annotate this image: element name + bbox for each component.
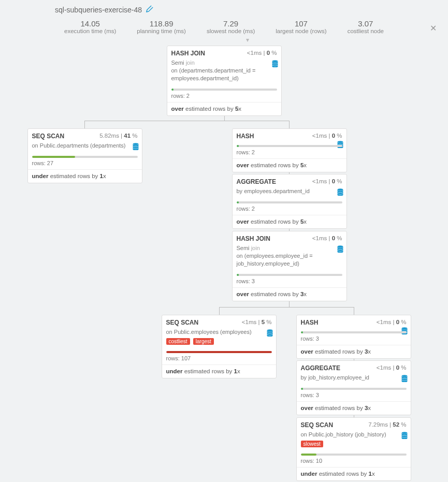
node-time: 5.82ms [99, 133, 119, 139]
estimate-line: under estimated rows by 1x [162, 365, 276, 378]
database-icon [337, 245, 343, 254]
desc-prefix: Semi [237, 245, 250, 251]
node-metrics: <1ms | 0 % [312, 133, 342, 140]
estimate-line: under estimated rows by 1x [28, 170, 142, 183]
progress-bar [171, 89, 277, 91]
node-type: HASH [237, 133, 254, 140]
node-hash-join-2[interactable]: HASH JOIN <1ms | 0 % Semi join on (emplo… [232, 231, 347, 301]
svg-point-0 [272, 60, 278, 62]
database-icon [401, 432, 408, 440]
stat-label: largest node (rows) [276, 28, 326, 34]
node-hash-2[interactable]: HASH <1ms | 0 % rows: 3 over estimated r… [296, 315, 411, 359]
progress-bar [301, 454, 407, 456]
estimate-line: under estimated rows by 1x [297, 468, 411, 480]
node-time: <1ms [247, 50, 262, 56]
page-title: sql-subqueries-exercise-48 [55, 5, 448, 14]
progress-bar [237, 145, 342, 147]
stat-largest-node: 107 largest node (rows) [276, 19, 326, 34]
rows-line: rows: 27 [28, 160, 142, 170]
stats-bar: 14.05 execution time (ms) 118.89 plannin… [0, 19, 448, 34]
connector [354, 307, 354, 315]
rows-line: rows: 3 [233, 278, 346, 288]
estimate-line: over estimated rows by 5x [233, 159, 346, 172]
svg-point-2 [337, 141, 343, 143]
rows-line: rows: 2 [233, 206, 346, 215]
node-seq-scan-departments[interactable]: SEQ SCAN 5.82ms | 41 % on Public.departm… [27, 128, 142, 183]
node-metrics: 7.29ms | 52 % [368, 421, 406, 429]
node-seq-scan-job-history[interactable]: SEQ SCAN 7.29ms | 52 % on Public.job_his… [296, 417, 411, 481]
node-pct: 0 [267, 50, 270, 56]
estimate-line: over estimated rows by 3x [297, 402, 411, 415]
node-type: SEQ SCAN [166, 319, 199, 326]
connector [219, 307, 220, 315]
estimate-line: over estimated rows by 3x [297, 345, 411, 358]
rows-line: rows: 2 [233, 149, 346, 159]
desc-muted: join [186, 60, 195, 66]
stat-execution-time: 14.05 execution time (ms) [64, 19, 116, 34]
edit-icon[interactable] [146, 5, 153, 14]
stat-value: 7.29 [207, 19, 255, 28]
progress-bar [301, 388, 407, 390]
node-type: SEQ SCAN [32, 133, 65, 140]
node-pct: 41 [124, 133, 131, 139]
node-hash-1[interactable]: HASH <1ms | 0 % rows: 2 over estimated r… [232, 128, 347, 172]
progress-bar [301, 331, 407, 333]
connector [84, 121, 85, 128]
stat-label: costliest node [348, 28, 384, 34]
node-metrics: <1ms | 5 % [242, 319, 272, 326]
tag-slowest: slowest [301, 441, 323, 447]
node-type: AGGREGATE [237, 178, 276, 185]
svg-point-1 [133, 143, 138, 145]
desc: on Public.employees (employees) [166, 328, 272, 336]
svg-point-8 [401, 432, 407, 434]
desc-line2: on (departments.department_id = employee… [171, 67, 256, 81]
database-icon [401, 375, 408, 383]
node-hash-join-root[interactable]: HASH JOIN <1ms | 0 % Semi join on (depar… [167, 46, 282, 116]
desc: by employees.department_id [237, 187, 342, 195]
node-type: HASH JOIN [237, 235, 270, 242]
tag-costliest: costliest [166, 338, 190, 345]
database-icon [272, 60, 278, 68]
svg-point-6 [401, 327, 407, 329]
progress-bar [237, 201, 342, 203]
stat-label: slowest node (ms) [207, 28, 255, 34]
desc: on Public.job_history (job_history) [301, 431, 407, 439]
connector [219, 307, 354, 308]
node-metrics: 5.82ms | 41 % [99, 133, 137, 140]
database-icon [337, 188, 343, 197]
tags: slowest [301, 439, 407, 447]
stat-label: planning time (ms) [137, 28, 186, 34]
node-aggregate-1[interactable]: AGGREGATE <1ms | 0 % by employees.depart… [232, 174, 347, 229]
progress-bar [166, 351, 272, 353]
svg-point-7 [401, 375, 407, 377]
desc-prefix: Semi [171, 60, 184, 66]
rows-line: rows: 3 [297, 335, 411, 345]
stat-value: 107 [276, 19, 326, 28]
node-type: AGGREGATE [301, 364, 340, 372]
stat-label: execution time (ms) [64, 28, 116, 34]
node-type: HASH JOIN [171, 50, 205, 57]
stat-value: 14.05 [64, 19, 116, 28]
svg-point-5 [267, 329, 272, 331]
progress-bar [32, 156, 138, 158]
node-metrics: <1ms | 0 % [377, 319, 407, 326]
connector [289, 121, 290, 128]
tag-largest: largest [193, 338, 214, 345]
node-aggregate-2[interactable]: AGGREGATE <1ms | 0 % by job_history.empl… [296, 360, 411, 415]
svg-point-4 [337, 245, 343, 247]
stat-planning-time: 118.89 planning time (ms) [137, 19, 186, 34]
desc: by job_history.employee_id [301, 374, 407, 382]
title-text: sql-subqueries-exercise-48 [55, 6, 142, 14]
stat-costliest-node: 3.07 costliest node [348, 19, 384, 34]
estimate-line: over estimated rows by 3x [233, 288, 346, 301]
database-icon [133, 143, 139, 151]
node-type: HASH [301, 319, 319, 326]
plan-tree: HASH JOIN <1ms | 0 % Semi join on (depar… [27, 46, 421, 475]
desc-muted: join [251, 245, 260, 251]
close-icon[interactable]: ✕ [430, 23, 437, 33]
pointer-icon: ▾ [47, 36, 448, 43]
node-metrics: <1ms | 0 % [312, 178, 342, 185]
node-seq-scan-employees[interactable]: SEQ SCAN <1ms | 5 % on Public.employees … [162, 315, 277, 378]
progress-bar [237, 274, 342, 276]
estimate-line: over estimated rows by 5x [167, 103, 281, 115]
